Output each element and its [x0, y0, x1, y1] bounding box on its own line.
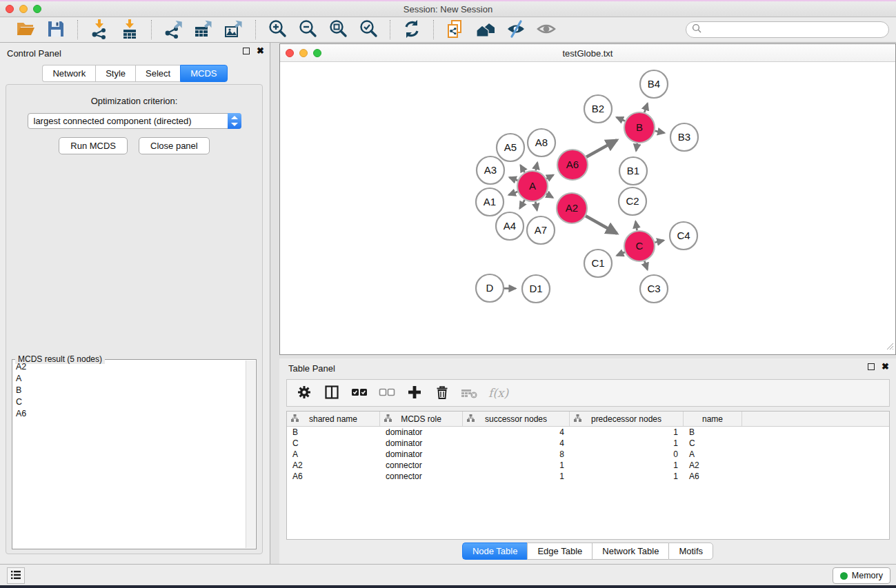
graph-edge-A-A5[interactable] — [521, 165, 525, 172]
graph-node-B1[interactable]: B1 — [619, 157, 647, 185]
graph-node-A2[interactable]: A2 — [557, 193, 587, 223]
table-close-button[interactable]: ✖ — [882, 363, 889, 370]
graph-edge-A-A1[interactable] — [509, 192, 518, 195]
delete-table-button[interactable] — [461, 384, 479, 402]
graph-edge-A2-C[interactable] — [586, 216, 617, 233]
graph-node-A3[interactable]: A3 — [477, 156, 504, 184]
run-mcds-button[interactable]: Run MCDS — [59, 137, 128, 154]
delete-column-button[interactable] — [433, 384, 451, 402]
result-item[interactable]: A — [13, 372, 246, 384]
zoom-fit-button[interactable] — [325, 19, 351, 41]
graph-node-D1[interactable]: D1 — [522, 275, 550, 303]
graph-edge-A6-B[interactable] — [586, 140, 617, 157]
function-builder-button[interactable]: f(x) — [488, 384, 508, 402]
graph-edge-B-B2[interactable] — [617, 117, 625, 121]
window-resize-grip[interactable] — [884, 341, 894, 353]
graph-node-C3[interactable]: C3 — [640, 275, 668, 303]
optimization-criterion-select[interactable]: largest connected component (directed) — [28, 113, 241, 129]
graph-node-A7[interactable]: A7 — [527, 216, 555, 244]
graph-edge-C-C3[interactable] — [644, 261, 647, 270]
column-header-MCDS-role[interactable]: MCDS role — [380, 412, 463, 426]
zoom-out-button[interactable] — [295, 19, 321, 41]
tab-network[interactable]: Network — [42, 65, 95, 82]
table-row[interactable]: A6connector11A6 — [287, 471, 889, 482]
tab-style[interactable]: Style — [95, 65, 135, 82]
search-field[interactable] — [686, 21, 889, 38]
graph-node-C[interactable]: C — [624, 231, 655, 261]
open-file-button[interactable] — [12, 19, 39, 41]
graph-node-A5[interactable]: A5 — [497, 134, 524, 161]
task-history-button[interactable] — [7, 567, 25, 584]
graph-node-A4[interactable]: A4 — [496, 212, 524, 240]
table-settings-button[interactable] — [295, 384, 313, 402]
search-input[interactable] — [705, 25, 883, 34]
network-canvas[interactable]: B4B2BB3A5A8A6A3B1AA1C2A2A4A7C4CC1C3DD1 — [280, 62, 895, 354]
graph-node-A[interactable]: A — [517, 171, 548, 201]
tab-select[interactable]: Select — [135, 65, 180, 82]
tab-motifs[interactable]: Motifs — [668, 543, 713, 560]
result-item[interactable]: A6 — [13, 407, 246, 419]
graph-node-B2[interactable]: B2 — [584, 95, 612, 123]
home-button[interactable] — [472, 19, 499, 41]
table-row[interactable]: Adominator80A — [287, 449, 889, 460]
graph-edge-A-A2[interactable] — [546, 194, 552, 197]
export-image-button[interactable] — [221, 19, 247, 41]
table-row[interactable]: Cdominator41C — [287, 438, 889, 449]
export-table-button[interactable] — [190, 19, 217, 41]
memory-button[interactable]: Memory — [833, 567, 890, 584]
column-header-predecessor-nodes[interactable]: predecessor nodes — [570, 412, 684, 426]
graph-node-B3[interactable]: B3 — [670, 123, 698, 151]
column-header-shared-name[interactable]: shared name — [287, 412, 380, 426]
tab-node-table[interactable]: Node Table — [462, 543, 528, 560]
graph-edge-B-B3[interactable] — [655, 131, 664, 133]
graph-node-C2[interactable]: C2 — [619, 187, 646, 215]
table-float-button[interactable] — [868, 363, 875, 370]
select-all-button[interactable] — [350, 384, 368, 402]
copy-view-button[interactable] — [442, 19, 468, 41]
tab-mcds[interactable]: MCDS — [180, 65, 227, 82]
float-panel-button[interactable] — [243, 48, 250, 54]
graph-node-A8[interactable]: A8 — [528, 129, 555, 156]
graph-edge-C-C4[interactable] — [655, 241, 664, 243]
graph-edge-A-A8[interactable] — [536, 163, 537, 171]
graph-node-C4[interactable]: C4 — [670, 222, 697, 250]
add-column-button[interactable] — [406, 384, 424, 402]
tab-network-table[interactable]: Network Table — [592, 543, 668, 560]
hide-panel-button[interactable] — [503, 19, 529, 41]
graph-node-A6[interactable]: A6 — [557, 150, 588, 180]
result-item[interactable]: B — [13, 384, 246, 396]
close-panel-button[interactable]: Close panel — [139, 137, 210, 154]
node-table[interactable]: shared nameMCDS rolesuccessor nodesprede… — [286, 411, 890, 540]
result-item[interactable]: A2 — [13, 361, 246, 372]
result-item[interactable]: C — [13, 396, 246, 407]
graph-edge-B-B1[interactable] — [636, 143, 637, 151]
table-row[interactable]: Bdominator41B — [287, 427, 889, 438]
show-eye-button[interactable] — [533, 19, 559, 41]
graph-node-D[interactable]: D — [476, 274, 504, 302]
graph-edge-A-A7[interactable] — [535, 202, 537, 210]
graph-edge-A-A4[interactable] — [520, 200, 525, 208]
graph-edge-A-A6[interactable] — [546, 175, 553, 179]
graph-edge-B-B4[interactable] — [644, 103, 647, 112]
graph-node-C1[interactable]: C1 — [584, 250, 612, 277]
refresh-button[interactable] — [399, 19, 425, 41]
zoom-in-button[interactable] — [264, 19, 290, 41]
close-panel-icon-button[interactable]: ✖ — [257, 48, 264, 54]
column-header-successor-nodes[interactable]: successor nodes — [463, 412, 570, 426]
import-table-button[interactable] — [117, 19, 143, 41]
deselect-all-button[interactable] — [378, 384, 396, 402]
graph-node-B[interactable]: B — [624, 112, 655, 143]
import-network-button[interactable] — [86, 19, 112, 41]
graph-edge-C-C1[interactable] — [617, 252, 625, 256]
result-list-scrollbar[interactable] — [246, 361, 255, 548]
save-session-button[interactable] — [43, 19, 69, 41]
column-header-name[interactable]: name — [684, 412, 742, 426]
graph-node-B4[interactable]: B4 — [640, 70, 668, 98]
show-columns-button[interactable] — [323, 384, 341, 402]
zoom-selected-button[interactable] — [355, 19, 381, 41]
graph-node-A1[interactable]: A1 — [476, 188, 504, 216]
export-network-button[interactable] — [160, 19, 186, 41]
tab-edge-table[interactable]: Edge Table — [527, 543, 592, 560]
graph-edge-C-C2[interactable] — [635, 221, 637, 230]
table-row[interactable]: A2connector11A2 — [287, 460, 889, 471]
